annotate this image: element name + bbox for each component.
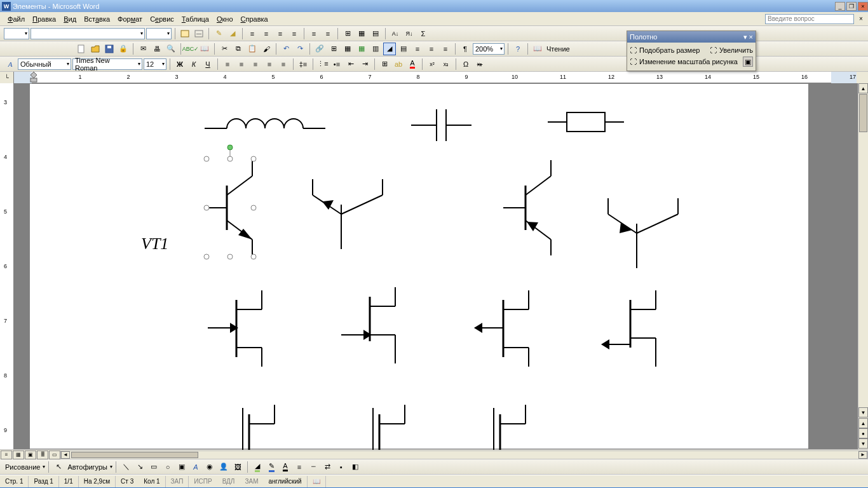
align-icon[interactable]: ≡	[411, 43, 424, 55]
close-button[interactable]: ×	[858, 2, 868, 11]
sort-za-icon[interactable]: Я↓	[403, 27, 416, 40]
ask-question-input[interactable]	[765, 14, 854, 24]
superscript-icon[interactable]: x²	[426, 58, 438, 71]
align-icon[interactable]: ≡	[288, 27, 301, 40]
menu-insert[interactable]: Вставка	[80, 14, 114, 24]
web-view-icon[interactable]: ▦	[13, 451, 24, 459]
status-ovr[interactable]: ЗАМ	[240, 476, 263, 487]
menu-window[interactable]: Окно	[213, 14, 237, 24]
fill-color-icon[interactable]: ◢	[251, 461, 264, 473]
capacitor-symbol[interactable]	[411, 109, 471, 141]
help-icon[interactable]: ?	[512, 43, 524, 55]
scroll-up-icon[interactable]: ▲	[858, 83, 868, 93]
decrease-indent-icon[interactable]: ⇤	[344, 58, 357, 71]
excel-icon[interactable]: ▦	[355, 43, 368, 55]
autoshapes-menu[interactable]: Автофигуры	[66, 463, 109, 471]
next-page-icon[interactable]: ▼	[858, 438, 868, 449]
pointer-icon[interactable]: ↖	[52, 461, 65, 473]
combo-2[interactable]	[31, 28, 145, 39]
open-icon[interactable]	[89, 43, 102, 55]
jfet-n-symbol[interactable]	[208, 290, 262, 367]
permissions-icon[interactable]: 🔒	[117, 43, 130, 55]
zoom-dropdown[interactable]: 200%	[473, 43, 505, 55]
pnp-transistor-symbol[interactable]	[503, 160, 551, 255]
save-icon[interactable]	[103, 43, 116, 55]
status-trk[interactable]: ИСПР	[189, 476, 217, 487]
normal-view-icon[interactable]: ≡	[1, 451, 12, 459]
table-icon[interactable]: ⊞	[341, 27, 354, 40]
dash-style-icon[interactable]: ┄	[307, 461, 320, 473]
align-justify-icon[interactable]: ≡	[263, 58, 276, 71]
cut-icon[interactable]: ✂	[218, 43, 231, 55]
tables-borders-icon[interactable]: ⊞	[327, 43, 340, 55]
transistor-symbol[interactable]	[608, 198, 678, 268]
resistor-symbol[interactable]	[548, 112, 624, 132]
wordart-icon[interactable]: A	[189, 461, 202, 473]
status-spellcheck-icon[interactable]: 📖	[308, 476, 326, 487]
print-view-icon[interactable]: ▣	[25, 451, 36, 459]
tool-btn[interactable]	[179, 27, 191, 40]
spellcheck-icon[interactable]: ABC✓	[184, 43, 197, 55]
minimize-button[interactable]: _	[835, 2, 845, 11]
menu-view[interactable]: Вид	[60, 14, 80, 24]
page[interactable]: VT1	[29, 83, 809, 449]
fit-button[interactable]: Подобрать размер	[639, 46, 700, 54]
picture-frame-icon[interactable]: ▣	[743, 57, 753, 67]
picture-icon[interactable]: 🖼	[231, 461, 244, 473]
columns-icon[interactable]: ▥	[369, 43, 382, 55]
align-icon[interactable]: ≡	[246, 27, 259, 40]
vertical-scrollbar[interactable]: ▲ ▼ ▲ ● ▼	[858, 83, 868, 449]
combo-1[interactable]	[4, 28, 29, 39]
mosfet-partial[interactable]	[243, 405, 275, 450]
sigma-icon[interactable]: Σ	[417, 27, 430, 40]
label-vt1[interactable]: VT1	[141, 234, 168, 253]
redo-icon[interactable]: ↷	[294, 43, 306, 55]
jfet-p-symbol[interactable]	[474, 290, 529, 367]
bullets-icon[interactable]: •≡	[330, 58, 343, 71]
textbox-icon[interactable]: ▣	[175, 461, 188, 473]
omega-icon[interactable]: Ω	[459, 58, 472, 71]
numbering-icon[interactable]: ⋮≡	[316, 58, 329, 71]
list-icon[interactable]: ≡	[322, 27, 334, 40]
diagram-icon[interactable]: ◉	[203, 461, 216, 473]
scale-button[interactable]: Изменение масштаба рисунка	[639, 58, 738, 65]
line-color-icon[interactable]: ✎	[265, 461, 278, 473]
format-painter-icon[interactable]: 🖌	[260, 43, 273, 55]
align-icon[interactable]: ≡	[425, 43, 438, 55]
ruler-vertical[interactable]: 3456789	[0, 83, 14, 449]
jfet-symbol[interactable]	[341, 287, 395, 363]
combo-3[interactable]	[146, 28, 172, 39]
align-icon[interactable]: ≡	[260, 27, 273, 40]
canvas-panel[interactable]: Полотно▾ × ⛶Подобрать размер ⛶Увеличить …	[627, 30, 756, 71]
print-icon[interactable]: 🖶	[151, 43, 163, 55]
browse-object-icon[interactable]: ●	[858, 428, 868, 438]
tool-btn[interactable]: ▤	[369, 27, 382, 40]
preview-icon[interactable]: 🔍	[165, 43, 177, 55]
align-center-icon[interactable]: ≡	[235, 58, 248, 71]
rectangle-icon[interactable]: ▭	[147, 461, 160, 473]
menu-format[interactable]: Формат	[114, 14, 146, 24]
clipart-icon[interactable]: 👤	[217, 461, 230, 473]
mdi-close-button[interactable]: ×	[857, 15, 865, 24]
menu-tools[interactable]: Сервис	[146, 14, 178, 24]
line-icon[interactable]: ＼	[119, 461, 132, 473]
research-icon[interactable]: 📖	[198, 43, 211, 55]
align-icon[interactable]: ≡	[274, 27, 287, 40]
tool-btn[interactable]	[193, 27, 205, 40]
fontsize-dropdown[interactable]: 12	[144, 58, 166, 70]
expand-button[interactable]: Увеличить	[719, 46, 753, 54]
bold-icon[interactable]: Ж	[173, 58, 186, 71]
shadow-icon[interactable]: ▪	[335, 461, 348, 473]
align-icon[interactable]: ≡	[439, 43, 452, 55]
document-canvas[interactable]: VT1	[30, 84, 810, 450]
inductor-symbol[interactable]	[205, 119, 325, 128]
reading-view-icon[interactable]: ▭	[49, 451, 60, 459]
arrow-icon[interactable]: ↘	[133, 461, 146, 473]
drawing-icon[interactable]: ◢	[383, 43, 396, 55]
arrow-style-icon[interactable]: ⇄	[321, 461, 334, 473]
reading-icon[interactable]: 📖	[531, 43, 544, 55]
scroll-thumb[interactable]	[859, 94, 867, 132]
canvas-panel-title[interactable]: Полотно▾ ×	[627, 31, 756, 43]
oval-icon[interactable]: ○	[161, 461, 174, 473]
mosfet-partial[interactable]	[373, 405, 405, 450]
